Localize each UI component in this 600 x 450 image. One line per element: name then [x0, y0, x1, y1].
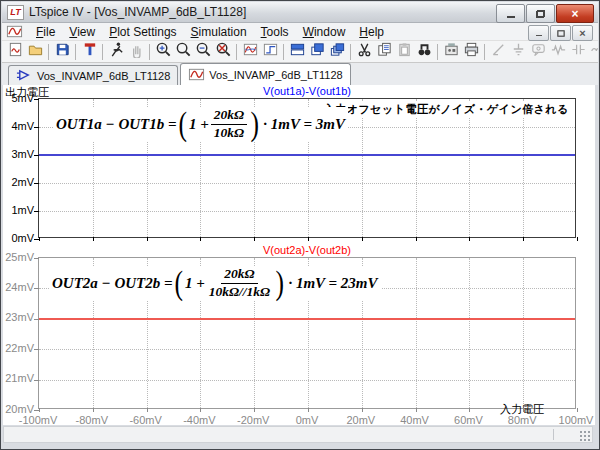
x-tick-label: 100mV	[559, 414, 594, 426]
print-icon	[463, 41, 480, 62]
halt-button[interactable]	[106, 42, 126, 62]
zoom-in-button[interactable]	[153, 42, 173, 62]
menu-plot-settings[interactable]: Plot Settings	[102, 24, 183, 40]
waveform-view-button[interactable]	[240, 42, 260, 62]
menu-window[interactable]: Window	[296, 24, 353, 40]
control-panel-button[interactable]	[441, 42, 461, 62]
mdi-restore-icon	[557, 30, 564, 36]
y-tick-label: 22mV	[3, 342, 34, 354]
mdi-restore-button[interactable]	[550, 25, 571, 41]
tab-2-active[interactable]: Vos_INVAMP_6dB_LT1128	[180, 63, 350, 85]
x-tick-mark	[254, 408, 255, 412]
toolbar-separator	[236, 44, 237, 60]
x-tick-mark	[362, 408, 363, 412]
x-tick-label: 0mV	[296, 414, 319, 426]
child-window-icon[interactable]	[6, 23, 23, 40]
pane-2-trace-label[interactable]: V(out2a)-V(out2b)	[38, 244, 576, 256]
paren-open: (	[174, 268, 182, 299]
annotation-text: 入力オフセット電圧がノイズ・ゲイン倍される	[324, 102, 569, 117]
x-tick-mark	[362, 237, 363, 241]
toolbar-separator	[484, 44, 485, 60]
formula-fraction: 20kΩ10kΩ	[211, 107, 247, 142]
tab-1[interactable]: Vos_INVAMP_6dB_LT1128	[8, 65, 178, 85]
pane-1-trace-label[interactable]: V(out1a)-V(out1b)	[38, 85, 576, 97]
run-button[interactable]	[79, 42, 99, 62]
menu-file[interactable]: File	[29, 24, 62, 40]
plot-pane-2[interactable]: OUT2a − OUT2b =(1 +20kΩ10kΩ//1kΩ)· 1mV =…	[38, 257, 576, 409]
x-tick-label: -20mV	[237, 414, 269, 426]
fraction-numerator: 20kΩ	[211, 107, 247, 125]
y-tick-label: 0mV	[3, 232, 34, 244]
gridline-v	[416, 99, 417, 237]
toolbar-separator	[75, 44, 76, 60]
resize-grip[interactable]	[580, 431, 591, 442]
tile-windows-button[interactable]	[287, 42, 307, 62]
cut-button[interactable]	[354, 42, 374, 62]
paren-open: (	[178, 109, 186, 140]
menu-tools[interactable]: Tools	[254, 24, 296, 40]
copy-button[interactable]	[374, 42, 394, 62]
menu-help[interactable]: Help	[352, 24, 391, 40]
toolbar-separator	[283, 44, 284, 60]
x-tick-mark	[200, 237, 201, 241]
gridline-v	[523, 99, 524, 237]
x-tick-mark	[577, 408, 578, 412]
mdi-close-button[interactable]: ×	[572, 25, 593, 41]
mdi-minimize-button[interactable]	[528, 25, 549, 41]
mnemonic: S	[191, 25, 199, 39]
menu-simulation[interactable]: Simulation	[184, 24, 254, 40]
y-tick-label: 20mV	[3, 403, 34, 415]
resistor-icon	[550, 41, 567, 62]
formula-lhs: OUT2a − OUT2b =	[52, 275, 173, 292]
zoom-out-icon	[195, 41, 212, 62]
plot-settings-button[interactable]	[260, 42, 280, 62]
minimize-button[interactable]	[496, 4, 525, 23]
run-icon	[81, 41, 98, 62]
x-tick-label: -80mV	[76, 414, 108, 426]
toolbar-separator	[149, 44, 150, 60]
zoom-out-button[interactable]	[193, 42, 213, 62]
mnemonic: T	[261, 25, 267, 39]
restore-button[interactable]	[526, 4, 555, 23]
cascade-windows-icon	[309, 41, 326, 62]
wire-icon	[490, 41, 507, 62]
ltspice-logo-icon: LT	[7, 5, 24, 20]
trace-v-out1a-v-out1b-[interactable]	[39, 154, 575, 156]
y-tick-mark	[34, 288, 39, 289]
fraction-denominator: 10kΩ//1kΩ	[207, 284, 272, 301]
zoom-back-button[interactable]	[173, 42, 193, 62]
y-tick-mark	[34, 183, 39, 184]
mnemonic: F	[36, 25, 43, 39]
find-button[interactable]	[414, 42, 434, 62]
menu-view[interactable]: View	[62, 24, 102, 40]
waveform-viewer[interactable]: 出力電圧 入力電圧 V(out1a)-V(out1b)入力オフセット電圧がノイズ…	[3, 85, 595, 425]
tab-bar: Vos_INVAMP_6dB_LT1128Vos_INVAMP_6dB_LT11…	[2, 63, 598, 85]
wire-button	[488, 42, 508, 62]
new-schematic-button[interactable]	[5, 42, 25, 62]
ground-button	[508, 42, 528, 62]
trace-v-out2a-v-out2b-[interactable]	[39, 318, 575, 320]
fraction-numerator: 20kΩ	[221, 266, 257, 284]
inductor-button	[588, 42, 598, 62]
gridline-v	[523, 258, 524, 408]
find-icon	[416, 41, 433, 62]
toolbar-separator	[437, 44, 438, 60]
cascade-windows-button[interactable]	[307, 42, 327, 62]
close-button[interactable]: ×	[556, 4, 594, 23]
save-button[interactable]	[52, 42, 72, 62]
print-button[interactable]	[461, 42, 481, 62]
x-tick-mark	[147, 237, 148, 241]
window-title: LTspice IV - [Vos_INVAMP_6dB_LT1128]	[29, 5, 246, 19]
zoom-back-icon	[175, 41, 192, 62]
y-tick-label: 4mV	[3, 120, 34, 132]
x-tick-mark	[147, 408, 148, 412]
title-bar[interactable]: LT LTspice IV - [Vos_INVAMP_6dB_LT1128] …	[2, 2, 598, 23]
gridline-v	[469, 99, 470, 237]
gridline-v	[362, 99, 363, 237]
arrange-windows-icon	[329, 41, 346, 62]
plot-pane-1[interactable]: 入力オフセット電圧がノイズ・ゲイン倍されるOUT1a − OUT1b =(1 +…	[38, 98, 576, 238]
zoom-full-extents-button[interactable]	[213, 42, 233, 62]
window-controls: ×	[495, 4, 594, 23]
arrange-windows-button[interactable]	[327, 42, 347, 62]
open-button[interactable]	[25, 42, 45, 62]
